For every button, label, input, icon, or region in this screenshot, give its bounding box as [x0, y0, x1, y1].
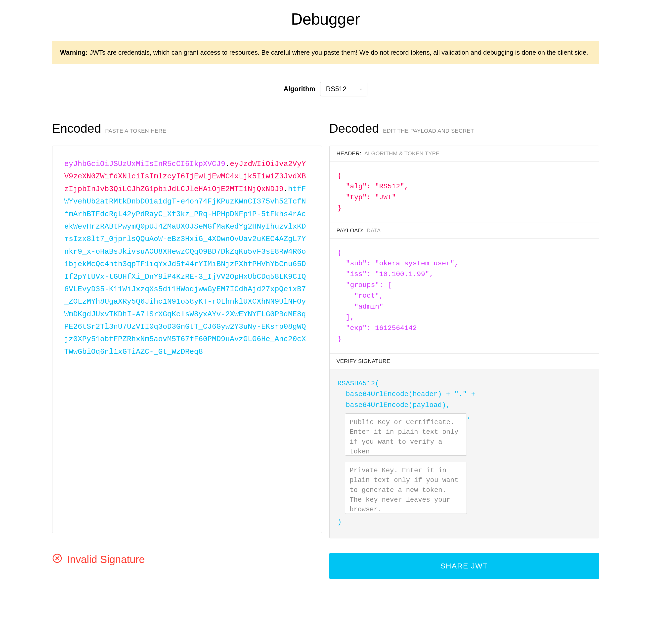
encoded-title: Encoded	[52, 121, 101, 136]
signature-fn-open: RSASHA512(	[338, 378, 591, 389]
jwt-header-segment: eyJhbGciOiJSUzUxMiIsInR5cCI6IkpXVCJ9	[64, 160, 225, 168]
signature-fn-close: )	[338, 517, 591, 527]
encoded-column: Encoded Paste a token here eyJhbGciOiJSU…	[52, 121, 322, 538]
signature-line-2: base64UrlEncode(payload),	[338, 400, 591, 411]
payload-section-label: PAYLOAD: DATA	[330, 223, 599, 238]
page-title: Debugger	[52, 10, 599, 28]
encoded-token-input[interactable]: eyJhbGciOiJSUzUxMiIsInR5cCI6IkpXVCJ9.eyJ…	[52, 146, 322, 533]
signature-status-text: Invalid Signature	[67, 553, 145, 566]
jwt-signature-segment: htfFWYvehUb2atRMtkDnbDO1a1dgT-e4on74FjKP…	[64, 185, 306, 356]
share-jwt-button[interactable]: SHARE JWT	[329, 553, 599, 579]
public-key-input[interactable]	[345, 413, 467, 456]
chevron-down-icon	[359, 85, 363, 93]
signature-status: Invalid Signature	[52, 553, 322, 566]
algorithm-label: Algorithm	[284, 85, 315, 93]
signature-line-1: base64UrlEncode(header) + "." +	[338, 389, 591, 399]
algorithm-row: Algorithm RS512	[52, 82, 599, 96]
private-key-input[interactable]	[345, 462, 467, 514]
algorithm-selected-value: RS512	[326, 85, 346, 93]
header-json[interactable]: { "alg": "RS512", "typ": "JWT" }	[330, 161, 599, 223]
signature-section-label: VERIFY SIGNATURE	[330, 353, 599, 369]
warning-label: Warning:	[60, 49, 88, 56]
error-icon	[52, 553, 62, 566]
algorithm-select[interactable]: RS512	[320, 82, 367, 96]
decoded-column: Decoded Edit the payload and secret HEAD…	[329, 121, 599, 538]
decoded-title: Decoded	[329, 121, 379, 136]
encoded-subtitle: Paste a token here	[105, 128, 166, 134]
decoded-panel: HEADER: ALGORITHM & TOKEN TYPE { "alg": …	[329, 146, 599, 538]
decoded-subtitle: Edit the payload and secret	[383, 128, 474, 134]
warning-banner: Warning: JWTs are credentials, which can…	[52, 41, 599, 64]
payload-json[interactable]: { "sub": "okera_system_user", "iss": "10…	[330, 238, 599, 354]
warning-text: JWTs are credentials, which can grant ac…	[88, 49, 588, 56]
signature-body: RSASHA512( base64UrlEncode(header) + "."…	[330, 369, 599, 538]
header-section-label: HEADER: ALGORITHM & TOKEN TYPE	[330, 146, 599, 161]
